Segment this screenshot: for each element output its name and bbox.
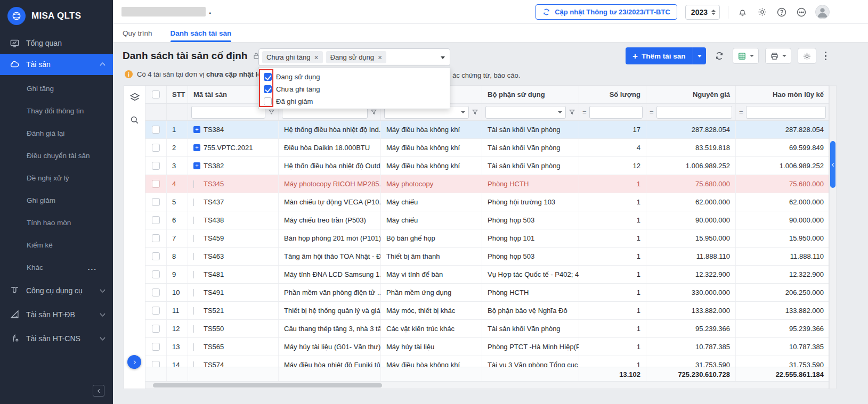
refresh-icon[interactable]: [715, 51, 724, 61]
spinner-arrows-icon[interactable]: [711, 10, 716, 15]
table-row[interactable]: 14 TS574 Máy điều hòa nhiệt độ Funiki tủ…: [145, 356, 829, 367]
row-checkbox[interactable]: [152, 270, 160, 278]
header-stt[interactable]: STT: [167, 86, 188, 103]
sidebar-subitem[interactable]: Thay đổi thông tin: [0, 100, 113, 122]
filter-funnel-icon[interactable]: [268, 109, 275, 116]
vertical-scrollbar-thumb[interactable]: [830, 141, 835, 188]
row-checkbox[interactable]: [152, 288, 160, 296]
table-row[interactable]: 2 755.VPTC.2021 Điều hòa Daikin 18.000BT…: [145, 139, 829, 157]
row-checkbox[interactable]: [152, 343, 160, 351]
table-row[interactable]: 13 TS565 Máy hủy tài liệu (G01- Văn thư)…: [145, 338, 829, 356]
select-all-checkbox[interactable]: [152, 90, 160, 98]
layers-icon[interactable]: [129, 92, 140, 103]
add-asset-button[interactable]: Thêm tài sản: [626, 47, 692, 64]
filter-equals-operator[interactable]: =: [650, 108, 654, 116]
add-asset-dropdown-button[interactable]: [693, 47, 706, 64]
tab-quy-trinh[interactable]: Quy trình: [123, 24, 152, 42]
sidebar-item-tai-san-ht-cns[interactable]: Tài sản HT-CNS: [0, 326, 113, 350]
horizontal-scrollbar[interactable]: [145, 381, 829, 389]
dropdown-option[interactable]: Chưa ghi tăng: [259, 83, 450, 95]
status-filter-box[interactable]: Chưa ghi tăng Đang sử dụng: [258, 48, 450, 66]
table-row[interactable]: 5 TS437 Màn chiếu tự động VEGA (P10... M…: [145, 193, 829, 211]
sidebar-subitem[interactable]: Ghi tăng: [0, 77, 113, 100]
select-all-cell[interactable]: [145, 86, 167, 103]
expand-panel-button[interactable]: [127, 355, 141, 369]
option-checkbox[interactable]: [264, 85, 272, 93]
table-row[interactable]: 10 TS491 Phần mềm văn phòng điện tử ... …: [145, 284, 829, 302]
tab-danh-sach-tai-san[interactable]: Danh sách tài sản: [171, 24, 232, 42]
header-bo-phan-su-dung[interactable]: Bộ phận sử dụng: [482, 86, 579, 103]
table-row[interactable]: 9 TS481 Máy tính ĐNA LCD Samsung 1... Má…: [145, 266, 829, 284]
filter-equals-operator[interactable]: =: [582, 108, 587, 116]
header-nguyen-gia[interactable]: Nguyên giá: [646, 86, 736, 103]
table-row[interactable]: 12 TS550 Cầu thang thép tầng 3, nhà 3 tầ…: [145, 320, 829, 338]
row-checkbox[interactable]: [152, 162, 160, 170]
row-checkbox[interactable]: [152, 325, 160, 333]
sidebar-subitem[interactable]: Tính hao mòn: [0, 211, 113, 234]
more-icon[interactable]: ...: [88, 263, 97, 271]
filter-select-dept[interactable]: [485, 106, 566, 119]
sidebar-subitem[interactable]: Đánh giá lại: [0, 122, 113, 144]
export-grid-button[interactable]: [733, 48, 759, 64]
row-checkbox[interactable]: [152, 307, 160, 315]
print-button[interactable]: [765, 48, 791, 64]
remove-chip-icon[interactable]: [378, 54, 382, 61]
filter-input-cost[interactable]: [656, 106, 732, 119]
filter-funnel-icon[interactable]: [370, 109, 377, 116]
chevron-down-icon[interactable]: [441, 56, 445, 59]
filter-funnel-icon[interactable]: [569, 109, 575, 116]
table-row[interactable]: 11 TS521 Thiết bị hệ thống quản lý và gi…: [145, 302, 829, 320]
row-checkbox[interactable]: [152, 198, 160, 206]
sidebar-subitem[interactable]: Khác ...: [0, 256, 113, 278]
sidebar-item-tai-san-ht-db[interactable]: Tài sản HT-ĐB: [0, 302, 113, 326]
sidebar-item-tai-san[interactable]: Tài sản: [0, 54, 113, 75]
dropdown-option[interactable]: Đã ghi giảm: [259, 95, 450, 108]
table-row[interactable]: 7 TS459 Bàn họp phòng 201 mới (P101)... …: [145, 229, 829, 248]
notifications-bell-icon[interactable]: [736, 6, 748, 18]
sidebar-subitem[interactable]: Kiểm kê: [0, 234, 113, 256]
row-checkbox[interactable]: [152, 252, 160, 260]
table-row[interactable]: 1 TS384 Hệ thống điều hòa nhiệt độ Ind..…: [145, 121, 829, 139]
filter-input-dep[interactable]: [746, 106, 826, 119]
row-checkbox[interactable]: [152, 180, 160, 188]
expand-row-icon[interactable]: [193, 162, 200, 169]
sidebar-subitem[interactable]: Ghi giảm: [0, 189, 113, 211]
filter-input-qty[interactable]: [589, 106, 643, 119]
table-row[interactable]: 6 TS438 Máy chiếu treo trần (P503) Máy c…: [145, 211, 829, 229]
row-checkbox[interactable]: [152, 216, 160, 224]
year-selector[interactable]: 2023: [685, 5, 720, 20]
dropdown-option[interactable]: Đang sử dụng: [259, 71, 450, 83]
filter-chip[interactable]: Đang sử dụng: [326, 51, 387, 63]
row-checkbox[interactable]: [152, 144, 160, 152]
more-actions-icon[interactable]: [822, 52, 830, 61]
avatar[interactable]: [815, 5, 830, 19]
sidebar-item-tong-quan[interactable]: Tổng quan: [0, 32, 113, 54]
header-so-luong[interactable]: Số lượng: [579, 86, 646, 103]
table-row[interactable]: 8 TS463 Tăng âm hội thảo TOA Nhật - Đ...…: [145, 248, 829, 266]
sidebar-collapse-button[interactable]: [93, 385, 104, 397]
row-checkbox[interactable]: [152, 361, 160, 367]
horizontal-scrollbar-thumb[interactable]: [153, 383, 382, 387]
more-options-icon[interactable]: [796, 6, 807, 18]
filter-equals-operator[interactable]: =: [739, 108, 743, 116]
option-checkbox[interactable]: [264, 73, 272, 81]
header-hao-mon-luy-ke[interactable]: Hao mòn lũy kế: [736, 86, 830, 103]
table-settings-button[interactable]: [798, 48, 816, 64]
filter-input-code[interactable]: [191, 106, 265, 119]
table-row[interactable]: 3 TS382 Hệ thốn điều hòa nhiệt độ Outd..…: [145, 157, 829, 175]
help-icon[interactable]: [776, 6, 788, 18]
row-checkbox[interactable]: [152, 126, 160, 134]
sidebar-subitem[interactable]: Đề nghị xử lý: [0, 167, 113, 189]
option-checkbox[interactable]: [264, 97, 272, 105]
filter-funnel-icon[interactable]: [472, 109, 478, 116]
sidebar-item-cong-cu-dung-cu[interactable]: Công cụ dụng cụ: [0, 278, 113, 302]
expand-row-icon[interactable]: [193, 144, 200, 151]
settings-gear-icon[interactable]: [756, 6, 768, 18]
sidebar-subitem[interactable]: Điều chuyển tài sản: [0, 144, 113, 167]
table-row[interactable]: 4 TS345 Máy photocopy RICOH MP285... Máy…: [145, 175, 829, 193]
expand-row-icon[interactable]: [193, 126, 200, 133]
remove-chip-icon[interactable]: [314, 54, 318, 61]
update-circular-button[interactable]: Cập nhật Thông tư 23/2023/TT-BTC: [536, 4, 677, 20]
filter-chip[interactable]: Chưa ghi tăng: [262, 51, 323, 63]
search-icon[interactable]: [129, 115, 140, 125]
